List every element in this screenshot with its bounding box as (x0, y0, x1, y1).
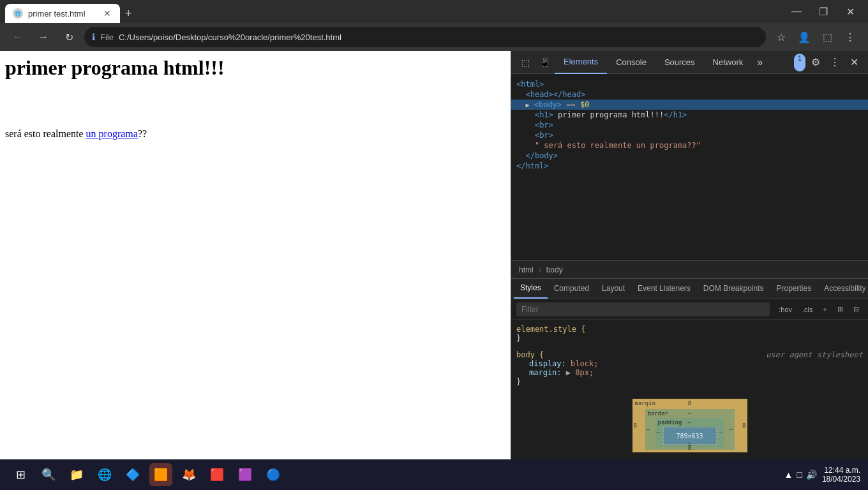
clock-date: 18/04/2023 (822, 475, 860, 484)
page-link[interactable]: un programa (86, 128, 138, 139)
margin-top-val: 8 (688, 400, 691, 406)
window-controls: — ❐ ✕ (784, 2, 863, 21)
device-toggle-button[interactable]: 📱 (535, 54, 553, 71)
devtools-toolbar: ⬚ 📱 Elements Console Sources Network » 1… (511, 51, 868, 74)
devtools-close-button[interactable]: ✕ (845, 54, 863, 71)
cls-button[interactable]: .cls (798, 304, 817, 315)
clock-time: 12:44 a.m. (822, 466, 860, 475)
browser-viewport: primer programa html!!! será esto realme… (0, 51, 511, 490)
tab-accessibility[interactable]: Accessibility (818, 279, 868, 299)
tab-styles[interactable]: Styles (514, 279, 548, 299)
forward-button[interactable]: → (33, 27, 54, 47)
reload-button[interactable]: ↻ (59, 27, 79, 47)
dom-line-body[interactable]: ▶ <body> == $0 (511, 100, 868, 110)
taskbar-chrome[interactable]: 🌐 (93, 463, 116, 486)
box-model-wrapper: margin 8 border – padding – (516, 394, 863, 457)
copy-styles-button[interactable]: ⊞ (834, 304, 847, 315)
style-rule-body: body { user agent stylesheet display: bl… (516, 350, 863, 386)
devtools-tabs: Elements Console Sources Network » (555, 51, 790, 74)
file-protocol: File (100, 33, 114, 42)
tab-sources[interactable]: Sources (655, 51, 704, 74)
filter-input[interactable] (516, 302, 770, 316)
hov-button[interactable]: :hov (775, 304, 796, 315)
minimize-button[interactable]: — (784, 2, 809, 21)
taskbar-app6[interactable]: 🟥 (206, 463, 228, 486)
border-top-val: – (688, 410, 691, 417)
tab-layout[interactable]: Layout (595, 279, 631, 299)
address-input-wrap[interactable]: ℹ File C:/Users/poiso/Desktop/curso%20or… (84, 27, 766, 47)
taskbar-app4[interactable]: 🟧 (149, 463, 172, 486)
menu-button[interactable]: ⋮ (840, 27, 860, 47)
tab-event-listeners[interactable]: Event Listeners (631, 279, 697, 299)
taskbar-app7[interactable]: 🟪 (234, 463, 257, 486)
taskbar-clock[interactable]: 12:44 a.m. 18/04/2023 (822, 466, 860, 484)
border-left-val: – (647, 426, 650, 433)
breadcrumb-html[interactable]: html (519, 265, 534, 274)
tab-bar: 🌐 primer test.html ✕ + (5, 0, 137, 23)
tray-volume[interactable]: 🔊 (806, 470, 817, 480)
expand-button[interactable]: ⊟ (849, 304, 863, 315)
tab-console[interactable]: Console (607, 51, 655, 74)
filter-bar: :hov .cls + ⊞ ⊟ (511, 299, 868, 320)
box-margin-layer: margin 8 border – padding – (632, 399, 747, 452)
dom-line: <head></head> (511, 89, 868, 100)
tab-elements[interactable]: Elements (555, 51, 607, 74)
address-text: C:/Users/poiso/Desktop/curso%20oracle/pr… (119, 33, 341, 42)
tab-properties[interactable]: Properties (770, 279, 818, 299)
rule-close: } (516, 334, 863, 343)
bookmark-button[interactable]: ☆ (771, 27, 791, 47)
taskbar-right: ▲ □ 🔊 12:44 a.m. 18/04/2023 (784, 466, 860, 484)
content-size: 789×633 (676, 433, 703, 440)
more-tabs-button[interactable]: » (752, 51, 768, 74)
rule-property-margin: margin: ▶ 8px; (516, 368, 863, 377)
back-button[interactable]: ← (8, 27, 28, 47)
split-screen-button[interactable]: ⬚ (817, 27, 837, 47)
start-button[interactable]: ⊞ (8, 462, 33, 487)
tab-favicon: 🌐 (13, 8, 23, 19)
tab-close-button[interactable]: ✕ (102, 7, 112, 20)
taskbar-app5[interactable]: 🦊 (177, 463, 200, 486)
new-tab-button[interactable]: + (120, 4, 137, 23)
margin-label: margin (635, 400, 656, 406)
title-bar: 🌐 primer test.html ✕ + — ❐ ✕ (0, 0, 868, 23)
info-icon: ℹ (92, 32, 95, 42)
taskbar-search[interactable]: 🔍 (37, 463, 60, 486)
tray-display[interactable]: □ (797, 470, 802, 480)
padding-right-val: – (719, 429, 722, 436)
padding-left-val: – (657, 429, 660, 436)
taskbar-file-explorer[interactable]: 📁 (65, 463, 88, 486)
box-border-layer: border – padding – – – (645, 409, 735, 450)
tab-computed[interactable]: Computed (548, 279, 595, 299)
devtools-settings-button[interactable]: ⚙ (807, 54, 825, 71)
styles-tabs: Styles Computed Layout Event Listeners D… (511, 279, 868, 299)
dom-panel: <html> <head></head> ▶ <body> == $0 <h1>… (511, 74, 868, 260)
inspect-button[interactable]: ⬚ (516, 54, 534, 71)
border-right-val: – (730, 426, 733, 433)
border-label: border (648, 410, 669, 417)
padding-top-val: – (688, 419, 691, 426)
filter-actions: :hov .cls + ⊞ ⊟ (775, 304, 863, 315)
style-rule-element: element.style { } (516, 325, 863, 343)
dom-line: <br> (511, 130, 868, 140)
system-tray: ▲ □ 🔊 (784, 470, 817, 480)
active-tab[interactable]: 🌐 primer test.html ✕ (5, 4, 120, 23)
address-actions: ☆ 👤 ⬚ ⋮ (771, 27, 860, 47)
profile-button[interactable]: 👤 (794, 27, 814, 47)
rule-selector-body: body { user agent stylesheet (516, 350, 863, 359)
tab-network[interactable]: Network (704, 51, 752, 74)
taskbar-app8[interactable]: 🔵 (262, 463, 285, 486)
dom-line: <br> (511, 120, 868, 130)
rule-property-display: display: block; (516, 359, 863, 368)
devtools-more-button[interactable]: ⋮ (826, 54, 844, 71)
maximize-button[interactable]: ❐ (811, 2, 836, 21)
tab-dom-breakpoints[interactable]: DOM Breakpoints (697, 279, 770, 299)
breadcrumb-body[interactable]: body (546, 265, 563, 274)
dom-line: </body> (511, 151, 868, 161)
taskbar-app3[interactable]: 🔷 (121, 463, 144, 486)
add-style-button[interactable]: + (819, 304, 831, 315)
close-button[interactable]: ✕ (837, 2, 863, 21)
page-text: será esto realmente un programa?? (5, 128, 505, 140)
tray-up-arrow[interactable]: ▲ (784, 470, 793, 480)
breadcrumb-bar: html › body (511, 261, 868, 279)
dom-line: " será esto realmente un programa??" (511, 140, 868, 151)
